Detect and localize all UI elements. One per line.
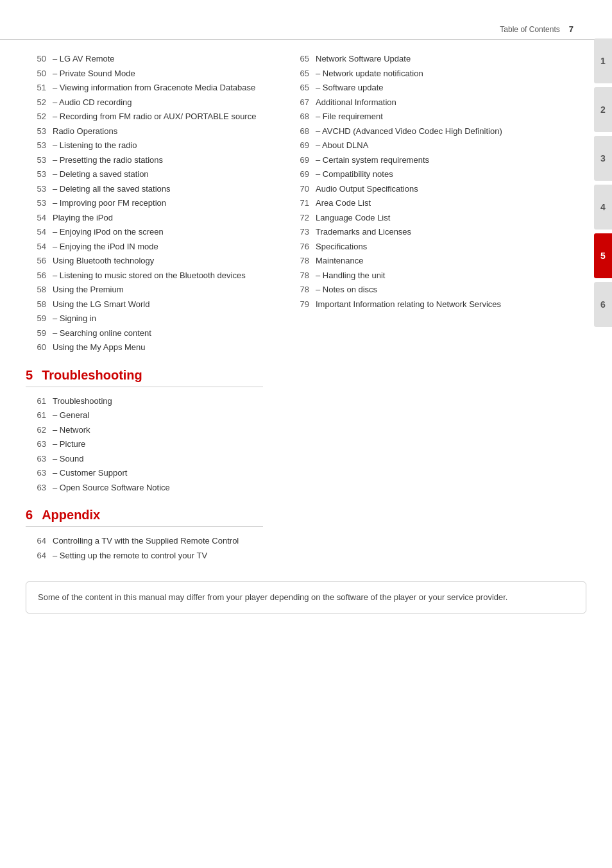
toc-num: 58	[26, 298, 46, 311]
toc-num: 65	[289, 53, 309, 65]
toc-label: – Notes on discs	[316, 283, 526, 296]
section-6-header: 6 Appendix	[26, 508, 263, 527]
toc-entry: 78 – Notes on discs	[289, 283, 526, 296]
toc-label: – Presetting the radio stations	[53, 154, 263, 167]
main-content: 50 – LG AV Remote 50 – Private Sound Mod…	[0, 53, 612, 563]
toc-num: 71	[289, 197, 309, 210]
toc-num: 61	[26, 409, 46, 422]
toc-label: – Audio CD recording	[53, 96, 263, 109]
side-tab-1[interactable]: 1	[594, 38, 612, 83]
toc-entry: 69 – About DLNA	[289, 139, 526, 152]
toc-num: 63	[26, 481, 46, 494]
toc-label: Network Software Update	[316, 53, 526, 65]
toc-entry: 53 – Improving poor FM reception	[26, 197, 263, 210]
right-column: 65 Network Software Update 65 – Network …	[276, 53, 526, 563]
toc-label: – About DLNA	[316, 139, 526, 152]
toc-num: 76	[289, 240, 309, 253]
side-tab-5[interactable]: 5	[594, 233, 612, 278]
toc-entry: 56 – Listening to music stored on the Bl…	[26, 269, 263, 282]
toc-num: 53	[26, 125, 46, 138]
toc-label: – Improving poor FM reception	[53, 197, 263, 210]
toc-num: 78	[289, 283, 309, 296]
toc-label: Using the Premium	[53, 283, 263, 296]
toc-label: – File requirement	[316, 110, 526, 123]
toc-label: – Handling the unit	[316, 269, 526, 282]
toc-entry: 78 – Handling the unit	[289, 269, 526, 282]
toc-entry: 52 – Recording from FM radio or AUX/ POR…	[26, 110, 263, 123]
toc-entry: 54 – Enjoying the iPod IN mode	[26, 240, 263, 253]
toc-num: 78	[289, 255, 309, 267]
side-tabs: 1 2 3 4 5 6	[594, 38, 612, 330]
toc-label: Troubleshooting	[53, 395, 263, 408]
toc-label: – Customer Support	[53, 467, 263, 480]
side-tab-2[interactable]: 2	[594, 87, 612, 132]
toc-num: 58	[26, 283, 46, 296]
toc-num: 65	[289, 81, 309, 94]
section-6-number: 6	[26, 508, 33, 522]
toc-num: 52	[26, 96, 46, 109]
toc-entry: 67 Additional Information	[289, 96, 526, 109]
toc-entry: 61 Troubleshooting	[26, 395, 263, 408]
toc-num: 63	[26, 453, 46, 465]
toc-num: 64	[26, 549, 46, 562]
toc-label: Trademarks and Licenses	[316, 226, 526, 238]
toc-label: – Deleting a saved station	[53, 168, 263, 181]
toc-entry: 79 Important Information relating to Net…	[289, 298, 526, 311]
section-5-header: 5 Troubleshooting	[26, 368, 263, 387]
toc-label: – Signing in	[53, 312, 263, 325]
toc-label: – Viewing information from Gracenote Med…	[53, 81, 263, 94]
toc-num: 60	[26, 341, 46, 354]
toc-entry: 73 Trademarks and Licenses	[289, 226, 526, 238]
toc-num: 61	[26, 395, 46, 408]
toc-entry: 50 – LG AV Remote	[26, 53, 263, 65]
notice-box: Some of the content in this manual may d…	[26, 581, 586, 613]
toc-num: 63	[26, 467, 46, 480]
section-5-number: 5	[26, 368, 33, 383]
toc-entry: 78 Maintenance	[289, 255, 526, 267]
toc-entry: 53 – Listening to the radio	[26, 139, 263, 152]
toc-label: Maintenance	[316, 255, 526, 267]
toc-num: 69	[289, 168, 309, 181]
toc-entry: 54 Playing the iPod	[26, 212, 263, 224]
toc-label: – Private Sound Mode	[53, 67, 263, 80]
toc-entry: 63 – Open Source Software Notice	[26, 481, 263, 494]
toc-label: – General	[53, 409, 263, 422]
toc-num: 56	[26, 255, 46, 267]
toc-entry: 64 Controlling a TV with the Supplied Re…	[26, 535, 263, 547]
toc-label: – AVCHD (Advanced Video Codec High Defin…	[316, 125, 526, 138]
toc-num: 54	[26, 212, 46, 224]
side-tab-6[interactable]: 6	[594, 282, 612, 327]
notice-text: Some of the content in this manual may d…	[38, 592, 507, 602]
side-tab-4[interactable]: 4	[594, 185, 612, 230]
toc-entry: 53 Radio Operations	[26, 125, 263, 138]
header-title: Table of Contents	[500, 25, 559, 34]
toc-num: 50	[26, 67, 46, 80]
toc-entry: 65 Network Software Update	[289, 53, 526, 65]
toc-num: 68	[289, 110, 309, 123]
toc-num: 59	[26, 312, 46, 325]
side-tab-3[interactable]: 3	[594, 136, 612, 181]
page-number: 7	[569, 24, 574, 34]
toc-num: 59	[26, 327, 46, 340]
toc-entry: 63 – Picture	[26, 438, 263, 451]
toc-entry: 71 Area Code List	[289, 197, 526, 210]
toc-label: Specifications	[316, 240, 526, 253]
toc-label: – Compatibility notes	[316, 168, 526, 181]
toc-entry: 53 – Deleting all the saved stations	[26, 183, 263, 196]
toc-label: – Network update notification	[316, 67, 526, 80]
toc-entry: 58 Using the LG Smart World	[26, 298, 263, 311]
toc-num: 53	[26, 154, 46, 167]
toc-entry: 52 – Audio CD recording	[26, 96, 263, 109]
toc-entry: 72 Language Code List	[289, 212, 526, 224]
toc-label: – Sound	[53, 453, 263, 465]
toc-entry: 60 Using the My Apps Menu	[26, 341, 263, 354]
toc-num: 78	[289, 269, 309, 282]
toc-num: 56	[26, 269, 46, 282]
toc-label: – Certain system requirements	[316, 154, 526, 167]
toc-label: – Deleting all the saved stations	[53, 183, 263, 196]
section-6-title: Appendix	[42, 508, 100, 522]
toc-num: 63	[26, 438, 46, 451]
toc-label: – Listening to the radio	[53, 139, 263, 152]
toc-label: – Network	[53, 424, 263, 437]
toc-num: 79	[289, 298, 309, 311]
